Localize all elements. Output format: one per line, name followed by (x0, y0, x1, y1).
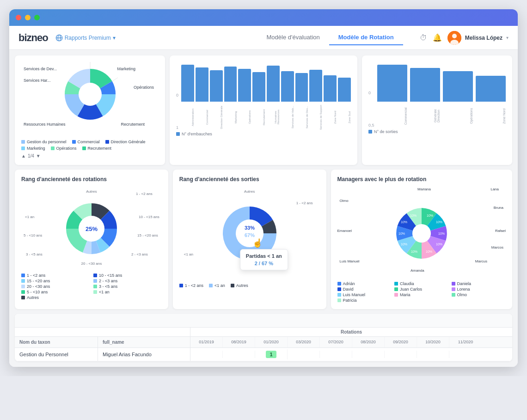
svg-point-24 (412, 224, 431, 243)
leg-lt1: <1 an (93, 290, 162, 294)
svg-text:10%: 10% (438, 232, 445, 235)
rotations-label: Rotations (190, 328, 512, 336)
table-row-1: Gestion du Personnel Miguel Arias Facund… (15, 348, 512, 361)
globe-icon (55, 34, 63, 42)
legend-label-commercial: Commercial (78, 140, 100, 144)
bar-ops (238, 69, 251, 102)
minimize-dot[interactable] (25, 15, 31, 20)
legend-recrutement: Recrutement (82, 146, 112, 151)
legend-label-recrutement: Recrutement (88, 146, 112, 151)
col-header-10-2020: 10/2020 (417, 337, 449, 347)
manager-lana: Lana (490, 187, 499, 191)
anciennete-sorties-title: Rang d'ancienneté des sorties (179, 176, 320, 183)
legend-dot-dg (105, 140, 109, 144)
legend-gestion: Gestion du personnel (21, 140, 67, 144)
manager-olmo: Olmo (340, 199, 349, 203)
col-header-09-2020: 09/2020 (385, 337, 417, 347)
blabel-sdev: Services de Dev... (295, 104, 308, 130)
legend-operations: Opérations (51, 146, 77, 151)
bar-chart-sorties (377, 67, 506, 103)
pie-chart-svg (53, 62, 127, 127)
leg-claudia: Claudia (394, 281, 449, 286)
legend-label-dg: Direction Générale (111, 140, 146, 144)
svg-text:67%: 67% (245, 232, 255, 238)
close-dot[interactable] (16, 15, 21, 20)
panel-managers: Managers avec le plus de rotation Marian… (331, 170, 513, 309)
bell-icon[interactable]: 🔔 (433, 33, 442, 42)
manager-marcos: Marcos (491, 245, 503, 250)
legend-dg: Direction Générale (105, 140, 146, 144)
table-col-headers: Nom du taxon full_name 01/2019 08/2019 0… (15, 337, 512, 348)
cell-01-2019 (190, 351, 223, 358)
legend-dot-gestion (21, 140, 25, 144)
col-header-11-2020: 11/2020 (449, 337, 482, 347)
svg-text:10%: 10% (426, 250, 432, 253)
legend-label-operations: Opérations (56, 146, 77, 151)
tab-evaluation[interactable]: Modèle d'évaluation (257, 30, 329, 45)
leg-daniela: Daniela (452, 281, 506, 286)
embauches-legend-label: N° d'embauches (182, 132, 212, 136)
leg-2-3: 2 - <3 ans (93, 279, 162, 283)
reports-premium-button[interactable]: Rapports Premium ▾ (55, 34, 116, 42)
bar-shab (281, 71, 294, 102)
svg-text:10%: 10% (436, 243, 442, 246)
svg-text:25%: 25% (86, 225, 98, 232)
sorties-legend-dot (368, 130, 372, 134)
bar-znord (324, 75, 337, 102)
pagination-label: 1/4 (28, 153, 34, 158)
user-name: Melissa López (465, 35, 502, 41)
arrow-down-icon[interactable]: ▼ (36, 153, 41, 158)
managers-chart: Mariana Lana Bruna Rafael Marcos Marcus … (337, 187, 506, 280)
arrow-up-icon[interactable]: ▲ (21, 153, 26, 158)
blabel-admin: Administration (181, 104, 194, 130)
slabel-commercial: Commercial (377, 104, 407, 128)
bar-recr (252, 72, 265, 102)
donut-sorties-svg: 33% 67% (217, 201, 282, 266)
bar-marketing (224, 67, 237, 102)
leg-1-2: 1 - <2 ans (21, 273, 90, 278)
manager-emanoel: Emanoel (337, 229, 352, 233)
pie-legend: Gestion du personnel Commercial Directio… (21, 140, 159, 151)
rotations-label-autres: Autres (86, 189, 97, 194)
blabel-zsud: Zone Sud (338, 104, 351, 130)
bar-admin (181, 65, 194, 102)
manager-amanda: Amanda (411, 268, 424, 273)
chevron-down-icon: ▾ (113, 35, 116, 41)
svg-text:33%: 33% (245, 225, 255, 231)
logo: bizneo (18, 32, 48, 44)
manager-bruna: Bruna (494, 206, 503, 210)
sorties-labels-row: Commercial Direction Générale Opérations… (377, 104, 506, 128)
sorties-leg-1-2: 1 - <2 ans (179, 283, 203, 288)
sorties-label-lt1: <1 an (184, 252, 193, 256)
clock-icon[interactable]: ⏱ (420, 34, 427, 42)
legend-dot-operations (51, 146, 55, 150)
rotations-label-15-20: 15 - <20 ans (137, 233, 158, 237)
user-chevron-icon: ▾ (506, 35, 509, 40)
cell-10-2020 (417, 351, 449, 358)
leg-lorena: Lorena (452, 287, 506, 292)
blabel-dg: Direction Générale (210, 104, 223, 130)
rotations-header-row: Rotations (15, 328, 512, 337)
manager-mariana: Mariana (417, 187, 431, 191)
blabel-commercial: Commercial (196, 104, 208, 130)
legend-marketing: Marketing (21, 146, 45, 151)
user-info[interactable]: Melissa López ▾ (447, 31, 509, 45)
nav-tabs: Modèle d'évaluation Modèle de Rotation (257, 30, 403, 45)
header: bizneo Rapports Premium ▾ Modèle d'évalu… (9, 26, 518, 50)
bar-sdev (295, 73, 308, 102)
cell-03-2020 (288, 351, 320, 358)
svg-text:10%: 10% (436, 220, 442, 224)
sorties-legend: N° de sorties (368, 129, 506, 134)
maximize-dot[interactable] (34, 15, 40, 20)
blabel-mkt: Marketing (224, 104, 237, 130)
leg-david: David (337, 287, 392, 292)
top-panels-row: Services de Dev... Marketing Opérations … (15, 55, 512, 165)
reports-label: Rapports Premium (65, 35, 111, 41)
cell-01-2020: 1 (255, 349, 288, 359)
leg-15-20: 15 - <20 ans (21, 279, 90, 283)
table-top-spacer (15, 314, 512, 328)
svg-text:10%: 10% (401, 243, 407, 246)
tab-rotation[interactable]: Modèle de Rotation (329, 30, 403, 45)
rotations-label-2-3: 2 - <3 ans (131, 252, 148, 256)
blabel-recr: Recrutement (252, 104, 265, 130)
